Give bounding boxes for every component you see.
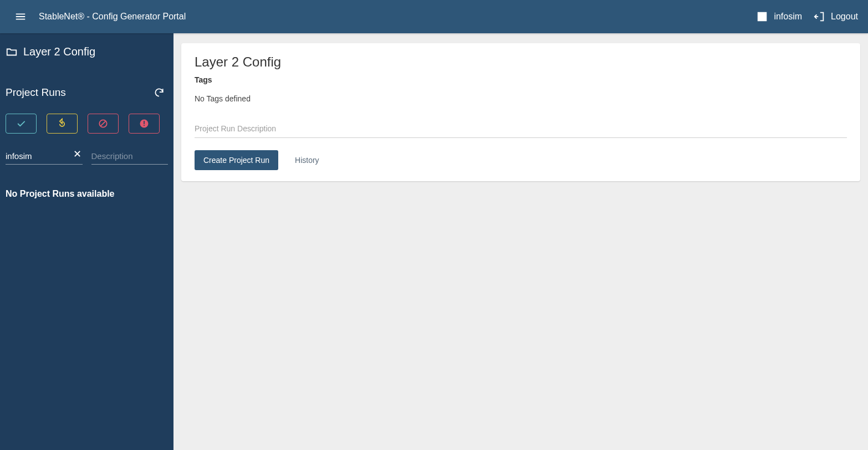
filter-success-button[interactable]: [6, 114, 37, 134]
tags-label: Tags: [195, 75, 847, 84]
tags-empty-message: No Tags defined: [195, 94, 847, 103]
filter-pending-button[interactable]: [47, 114, 78, 134]
create-project-run-button[interactable]: Create Project Run: [195, 150, 278, 170]
filter-desc-field: [91, 149, 169, 165]
filter-error-button[interactable]: [129, 114, 160, 134]
section-header: Project Runs: [6, 84, 168, 101]
filter-buttons: [6, 114, 168, 134]
svg-rect-2: [144, 121, 145, 124]
folder-icon: [6, 46, 18, 58]
history-button[interactable]: History: [290, 152, 324, 168]
hamburger-icon: [14, 11, 27, 23]
undo-icon: [57, 118, 68, 129]
logout-label: Logout: [831, 12, 858, 22]
app-title: StableNet® - Config Generator Portal: [39, 12, 186, 22]
logout-icon: [813, 11, 825, 23]
project-card: Layer 2 Config Tags No Tags defined Crea…: [181, 43, 860, 181]
section-title: Project Runs: [6, 86, 66, 99]
svg-rect-3: [144, 125, 145, 126]
logout-button[interactable]: Logout: [813, 11, 858, 23]
project-name: Layer 2 Config: [23, 45, 95, 58]
filter-desc-input[interactable]: [91, 149, 169, 165]
app-header: StableNet® - Config Generator Portal inf…: [0, 0, 868, 33]
check-icon: [16, 118, 27, 129]
user-menu[interactable]: infosim: [756, 11, 802, 23]
filter-user-field: ✕: [6, 149, 83, 165]
cancel-icon: [98, 118, 109, 129]
menu-button[interactable]: [10, 6, 31, 27]
refresh-button[interactable]: [150, 84, 168, 101]
main-content: Layer 2 Config Tags No Tags defined Crea…: [173, 33, 868, 450]
alert-icon: [139, 118, 150, 129]
sidebar: Layer 2 Config Project Runs: [0, 33, 173, 450]
user-label: infosim: [774, 12, 802, 22]
card-actions: Create Project Run History: [195, 150, 847, 170]
filter-user-input[interactable]: [6, 149, 83, 165]
close-icon: ✕: [73, 149, 81, 160]
refresh-icon: [154, 87, 165, 98]
filter-cancelled-button[interactable]: [88, 114, 119, 134]
filter-inputs: ✕: [6, 149, 168, 165]
clear-user-filter-button[interactable]: ✕: [72, 149, 83, 159]
project-header[interactable]: Layer 2 Config: [6, 45, 168, 60]
account-icon: [756, 11, 768, 23]
empty-runs-message: No Project Runs available: [6, 189, 168, 199]
run-description-input[interactable]: [195, 122, 847, 138]
card-title: Layer 2 Config: [195, 54, 847, 70]
